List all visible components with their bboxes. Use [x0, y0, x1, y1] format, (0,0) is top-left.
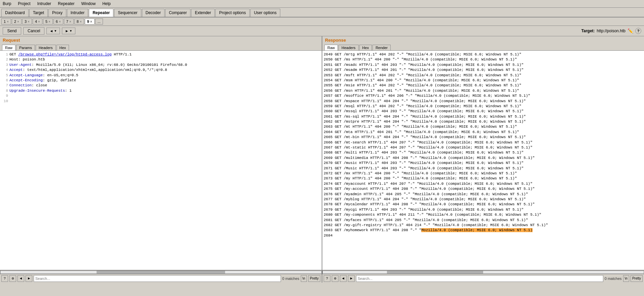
response-bottom-bar: ? ⚙ ◄ ► 0 matches \n Pretty [322, 274, 644, 283]
repeater-tab-3[interactable]: 3× [22, 18, 32, 25]
menu-help[interactable]: Help [101, 1, 112, 7]
response-tab-hex[interactable]: Hex [359, 45, 372, 50]
repeater-tab-ellipsis[interactable]: ... [95, 18, 103, 25]
response-panel: Response Raw Headers Hex Render 2649 GET… [322, 36, 644, 283]
forward-button[interactable]: ►▼ [62, 28, 75, 34]
toolbar: Send Cancel ◄▼ ►▼ Target: http://poison.… [0, 26, 644, 36]
response-settings-icon[interactable]: ⚙ [332, 275, 338, 282]
response-matches: 0 matches [605, 277, 622, 281]
menu-burp[interactable]: Burp [1, 1, 12, 7]
request-tab-headers[interactable]: Headers [36, 45, 56, 50]
menu-repeater[interactable]: Repeater [57, 1, 76, 7]
send-button[interactable]: Send [3, 27, 21, 35]
response-newline-btn[interactable]: \n [623, 275, 629, 282]
tab-proxy[interactable]: Proxy [48, 9, 66, 17]
tab-repeater[interactable]: Repeater [89, 9, 113, 17]
content-area: Request Raw Params Headers Hex 1GET /bro… [0, 36, 644, 283]
repeater-tab-bar: 1× 2× 3× 4× 5× 6× 7× 8× 9× ... [0, 17, 644, 26]
request-search-input[interactable] [34, 275, 281, 282]
menu-window[interactable]: Window [80, 1, 97, 7]
menu-intruder[interactable]: Intruder [36, 1, 52, 7]
main-tab-bar: Dashboard Target Proxy Intruder Repeater… [0, 8, 644, 17]
request-pretty-btn[interactable]: Pretty [308, 275, 320, 282]
request-tabs: Raw Params Headers Hex [0, 44, 322, 51]
repeater-tab-6[interactable]: 6× [53, 18, 63, 25]
tab-intruder[interactable]: Intruder [67, 9, 88, 17]
request-bottom-bar: ? ⚙ ◄ ► 0 matches \n Pretty [0, 274, 322, 283]
request-panel: Request Raw Params Headers Hex 1GET /bro… [0, 36, 322, 283]
response-tab-raw[interactable]: Raw [324, 45, 338, 50]
repeater-tab-2[interactable]: 2× [12, 18, 22, 25]
request-title: Request [0, 36, 322, 44]
request-settings-icon[interactable]: ⚙ [9, 275, 16, 282]
help-target-icon[interactable]: ? [635, 28, 641, 34]
repeater-tab-1[interactable]: 1× [1, 18, 11, 25]
response-tab-headers[interactable]: Headers [338, 45, 359, 50]
response-help-icon[interactable]: ? [324, 275, 330, 282]
response-pretty-btn[interactable]: Pretty [631, 275, 643, 282]
response-search-input[interactable] [356, 275, 603, 282]
repeater-tab-9[interactable]: 9× [85, 18, 95, 25]
cancel-button[interactable]: Cancel [23, 27, 44, 35]
response-tab-render[interactable]: Render [372, 45, 391, 50]
target-label: Target: [581, 29, 595, 33]
tab-extender[interactable]: Extender [191, 9, 215, 17]
request-help-icon[interactable]: ? [1, 275, 8, 282]
menu-bar: Burp Project Intruder Repeater Window He… [0, 0, 644, 8]
request-matches: 0 matches [282, 277, 299, 281]
request-back-icon[interactable]: ◄ [17, 275, 24, 282]
tab-target[interactable]: Target [29, 9, 48, 17]
response-tabs: Raw Headers Hex Render [322, 44, 644, 51]
repeater-tab-5[interactable]: 5× [43, 18, 53, 25]
menu-project[interactable]: Project [16, 1, 32, 7]
request-body[interactable]: 1GET /browse.php?file=/var/log/httpd-acc… [0, 51, 322, 270]
tab-dashboard[interactable]: Dashboard [1, 9, 29, 17]
tab-decoder[interactable]: Decoder [142, 9, 165, 17]
request-tab-raw[interactable]: Raw [2, 45, 15, 50]
tab-project-options[interactable]: Project options [215, 9, 249, 17]
request-newline-btn[interactable]: \n [301, 275, 307, 282]
request-tab-params[interactable]: Params [16, 45, 35, 50]
response-forward-icon[interactable]: ► [348, 275, 355, 282]
request-forward-icon[interactable]: ► [26, 275, 32, 282]
back-button[interactable]: ◄▼ [46, 28, 60, 34]
request-h-scrollbar[interactable] [0, 270, 322, 274]
repeater-tab-7[interactable]: 7× [64, 18, 74, 25]
edit-target-icon[interactable]: ✏️ [628, 28, 633, 34]
response-back-icon[interactable]: ◄ [340, 275, 347, 282]
tab-comparer[interactable]: Comparer [165, 9, 190, 17]
tab-sequencer[interactable]: Sequencer [114, 9, 141, 17]
tab-user-options[interactable]: User options [250, 9, 280, 17]
response-h-scrollbar[interactable] [322, 270, 644, 274]
repeater-tab-4[interactable]: 4× [33, 18, 42, 25]
response-title: Response [322, 36, 644, 44]
repeater-tab-8[interactable]: 8× [74, 18, 84, 25]
request-tab-hex[interactable]: Hex [57, 45, 69, 50]
target-info: Target: http://poison.htb ✏️ ? [581, 28, 641, 34]
response-body[interactable]: 2649 GET /mrtg HTTP/1.1" 404 202 "-" "Mo… [322, 51, 644, 270]
target-url: http://poison.htb [597, 29, 625, 33]
